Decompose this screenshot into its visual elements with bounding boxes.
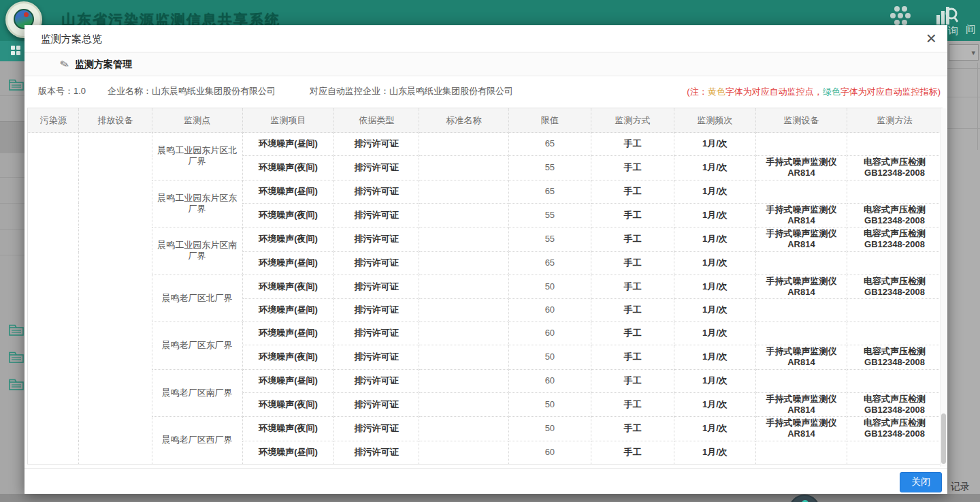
close-icon[interactable]: × <box>926 25 936 51</box>
time-dropdown[interactable]: ▾ <box>949 44 979 61</box>
discharge-equipment-cell <box>79 133 152 465</box>
item-cell: 环境噪声(昼间) <box>242 322 333 345</box>
monitoring-plan-table: 污染源排放设备监测点监测项目依据类型标准名称限值监测方式监测频次监测设备监测方法… <box>27 108 943 465</box>
freq-cell: 1月/次 <box>674 251 756 274</box>
basis-cell: 排污许可证 <box>334 441 419 464</box>
limit-cell: 50 <box>508 392 591 417</box>
device-cell <box>755 133 847 156</box>
mode-cell: 手工 <box>591 441 674 464</box>
standard-cell <box>419 251 509 274</box>
mode-cell: 手工 <box>591 274 674 299</box>
modal-header: 监测方案总览 × <box>24 25 947 52</box>
item-cell: 环境噪声(昼间) <box>242 441 333 464</box>
standard-cell <box>419 345 509 370</box>
scrollbar[interactable] <box>940 108 947 467</box>
table-row: 晨鸣工业园东片区北厂界环境噪声(昼间)排污许可证65手工1月/次 <box>28 133 943 156</box>
device-cell: 手持式噪声监测仪 AR814 <box>755 417 847 441</box>
pen-icon: ✎ <box>59 57 71 72</box>
limit-cell: 65 <box>508 251 591 274</box>
method-cell: 电容式声压检测 GB12348-2008 <box>847 203 943 228</box>
method-cell <box>847 322 943 345</box>
column-header: 监测点 <box>152 108 242 133</box>
monitoring-point-cell: 晨鸣老厂区西厂界 <box>152 417 242 465</box>
device-cell: 手持式噪声监测仪 AR814 <box>755 345 847 370</box>
folder-report-icon[interactable] <box>9 379 24 390</box>
column-header: 污染源 <box>28 108 79 133</box>
method-cell <box>847 299 943 322</box>
table-row: 晨鸣老厂区南厂界环境噪声(昼间)排污许可证60手工1月/次 <box>28 369 943 392</box>
column-header: 监测设备 <box>755 108 847 133</box>
freq-cell: 1月/次 <box>674 417 756 441</box>
basis-cell: 排污许可证 <box>334 369 419 392</box>
freq-cell: 1月/次 <box>674 392 756 417</box>
mode-cell: 手工 <box>591 251 674 274</box>
limit-cell: 55 <box>508 228 591 252</box>
header-text-fragment-query: 询 <box>948 25 958 37</box>
header-text-fragment-time: 间 <box>966 23 976 36</box>
basis-cell: 排污许可证 <box>334 417 419 441</box>
basis-cell: 排污许可证 <box>334 345 419 370</box>
monitoring-point-cell: 晨鸣工业园东片区南厂界 <box>152 228 242 275</box>
standard-cell <box>419 417 509 441</box>
folder-report-icon[interactable] <box>9 351 24 363</box>
sidebar-selected-item[interactable] <box>0 121 24 153</box>
limit-cell: 50 <box>508 274 591 299</box>
caret-down-icon: ▾ <box>971 48 975 57</box>
standard-cell <box>419 274 509 299</box>
item-cell: 环境噪声(夜间) <box>242 417 333 441</box>
monitoring-point-cell: 晨鸣老厂区北厂界 <box>152 274 242 322</box>
freq-cell: 1月/次 <box>674 133 756 156</box>
modal-title: 监测方案总览 <box>41 25 102 52</box>
apps-grid-dots-icon[interactable] <box>887 5 914 27</box>
screen: 山东省污染源监测信息共享系统 询 间 <box>0 0 980 502</box>
mode-cell: 手工 <box>591 417 674 441</box>
column-header: 依据类型 <box>334 108 419 133</box>
monitoring-point-cell: 晨鸣老厂区南厂界 <box>152 369 242 417</box>
item-cell: 环境噪声(夜间) <box>242 345 333 370</box>
standard-cell <box>419 228 509 252</box>
table-row: 晨鸣工业园东片区南厂界环境噪声(夜间)排污许可证55手工1月/次手持式噪声监测仪… <box>28 228 943 252</box>
basis-cell: 排污许可证 <box>334 133 419 156</box>
basis-cell: 排污许可证 <box>334 180 419 203</box>
device-cell <box>755 322 847 345</box>
freq-cell: 1月/次 <box>674 345 756 370</box>
folder-report-icon[interactable] <box>9 79 24 91</box>
mode-cell: 手工 <box>591 180 674 203</box>
basis-cell: 排污许可证 <box>334 322 419 345</box>
device-cell <box>755 180 847 203</box>
basis-cell: 排污许可证 <box>334 392 419 417</box>
basis-cell: 排污许可证 <box>334 274 419 299</box>
monitoring-point-cell: 晨鸣工业园东片区北厂界 <box>152 133 242 181</box>
basis-cell: 排污许可证 <box>334 299 419 322</box>
mode-cell: 手工 <box>591 322 674 345</box>
close-button[interactable]: 关闭 <box>900 472 942 492</box>
menu-grid-icon[interactable] <box>11 46 21 56</box>
freq-cell: 1月/次 <box>674 203 756 228</box>
column-header: 标准名称 <box>419 108 509 133</box>
auto-company-text: 对应自动监控企业：山东晨鸣纸业集团股份有限公司 <box>310 76 513 106</box>
limit-cell: 65 <box>508 133 591 156</box>
standard-cell <box>419 322 509 345</box>
basis-cell: 排污许可证 <box>334 251 419 274</box>
monitoring-point-cell: 晨鸣工业园东片区东厂界 <box>152 180 242 228</box>
standard-cell <box>419 156 509 181</box>
mode-cell: 手工 <box>591 299 674 322</box>
method-cell: 电容式声压检测 GB12348-2008 <box>847 156 943 181</box>
method-cell <box>847 133 943 156</box>
scrollbar-thumb[interactable] <box>941 413 946 464</box>
table-header-row: 污染源排放设备监测点监测项目依据类型标准名称限值监测方式监测频次监测设备监测方法 <box>28 108 943 133</box>
limit-cell: 50 <box>508 345 591 370</box>
column-header: 监测项目 <box>242 108 333 133</box>
sidebar <box>0 61 24 502</box>
method-cell: 电容式声压检测 GB12348-2008 <box>847 345 943 370</box>
method-cell <box>847 441 943 464</box>
freq-cell: 1月/次 <box>674 228 756 252</box>
table-row: 晨鸣老厂区东厂界环境噪声(昼间)排污许可证60手工1月/次 <box>28 322 943 345</box>
column-header: 排放设备 <box>79 108 152 133</box>
monitoring-point-cell: 晨鸣老厂区东厂界 <box>152 322 242 370</box>
folder-report-icon[interactable] <box>9 324 24 336</box>
freq-cell: 1月/次 <box>674 299 756 322</box>
freq-cell: 1月/次 <box>674 180 756 203</box>
device-cell: 手持式噪声监测仪 AR814 <box>755 274 847 299</box>
pollution-source-cell <box>28 133 79 465</box>
